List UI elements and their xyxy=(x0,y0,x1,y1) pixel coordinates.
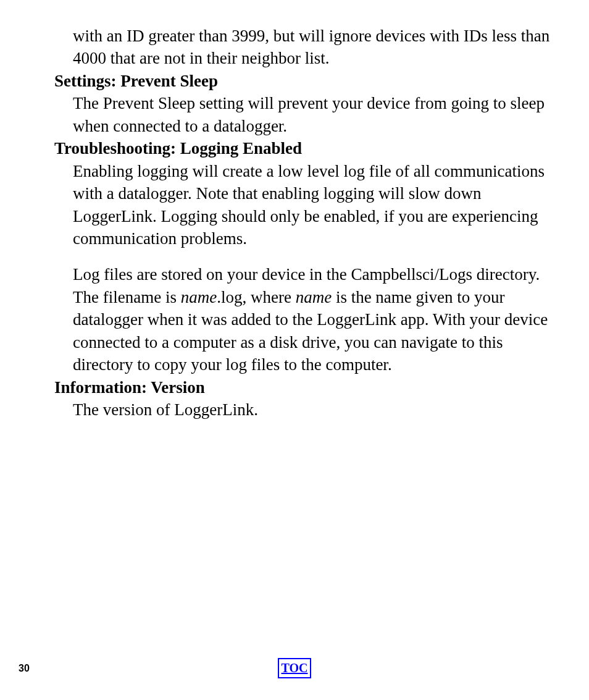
heading-information-version: Information: Version xyxy=(54,376,558,398)
page-number: 30 xyxy=(19,662,30,675)
text-log-files: Log files are stored on your device in t… xyxy=(54,263,558,376)
heading-troubleshooting: Troubleshooting: Logging Enabled xyxy=(54,137,558,159)
page-content: with an ID greater than 3999, but will i… xyxy=(0,25,589,421)
page-footer: 30 TOC xyxy=(0,658,589,678)
toc-link[interactable]: TOC xyxy=(278,658,312,678)
italic-name-2: name xyxy=(296,288,332,306)
text-troubleshooting-1: Enabling logging will create a low level… xyxy=(54,160,558,250)
italic-name-1: name xyxy=(181,288,217,306)
partial-paragraph: with an ID greater than 3999, but will i… xyxy=(54,25,558,70)
text-version: The version of LoggerLink. xyxy=(54,398,558,421)
heading-prevent-sleep: Settings: Prevent Sleep xyxy=(54,70,558,92)
text-prevent-sleep: The Prevent Sleep setting will prevent y… xyxy=(54,92,558,137)
text-segment: .log, where xyxy=(217,288,295,306)
